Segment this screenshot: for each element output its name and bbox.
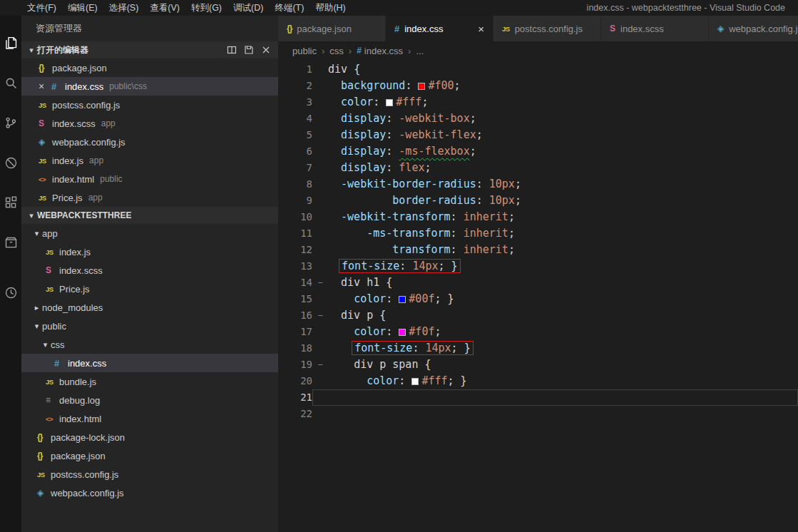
breadcrumb-item[interactable]: public [292, 46, 317, 56]
code-line-content[interactable]: div h1 { [328, 275, 798, 291]
color-swatch[interactable] [411, 378, 419, 385]
code-line-content[interactable]: font-size: 14px; } [328, 258, 798, 275]
code-line-content[interactable]: display: -webkit-flex; [328, 127, 798, 143]
menu-item[interactable]: 终端(T) [269, 2, 310, 14]
color-swatch[interactable] [399, 296, 406, 303]
code-line-content[interactable]: display: -ms-flexbox; [328, 143, 798, 160]
tree-file-Price.js[interactable]: JSPrice.js [21, 280, 278, 298]
code-line-content[interactable]: div { [328, 61, 798, 78]
tree-folder-app[interactable]: ▾app [21, 224, 278, 242]
tab-webpack.config.js[interactable]: ◈webpack.config.js [709, 16, 798, 41]
token: inherit [464, 210, 508, 223]
js-file-icon: JS [46, 248, 59, 256]
code-line-content[interactable] [328, 406, 798, 422]
history-icon[interactable] [0, 272, 21, 312]
breadcrumb-item[interactable]: css [329, 46, 344, 56]
tree-file-bundle.js[interactable]: JSbundle.js [21, 372, 278, 391]
package-icon[interactable] [0, 222, 21, 262]
code-line-content[interactable]: color: #00f; } [328, 291, 798, 307]
source-control-icon[interactable] [0, 103, 21, 143]
tab-index.scss[interactable]: Sindex.scss [601, 16, 708, 41]
open-editor-label: Price.js [52, 193, 83, 203]
token: } [458, 342, 471, 354]
tree-file-index.css[interactable]: #index.css [21, 354, 278, 372]
breadcrumb-item[interactable]: ... [416, 46, 424, 56]
chevron-down-icon: ▾ [26, 46, 37, 55]
breadcrumb: public›css›#index.css›... [278, 41, 798, 60]
code-editor[interactable]: 1div {2 background: #f00;3 color: #fff;4… [278, 60, 798, 422]
fold-marker[interactable]: − [312, 357, 328, 373]
tree-file-index.html[interactable]: <>index.html [21, 409, 278, 428]
line-number: 20 [278, 373, 312, 389]
code-line-content[interactable]: transform: inherit; [328, 242, 798, 258]
menu-item[interactable]: 查看(V) [144, 2, 185, 14]
code-line-content[interactable]: div p { [328, 307, 798, 324]
menu-item[interactable]: 选择(S) [103, 2, 145, 14]
close-icon[interactable]: × [39, 81, 51, 91]
fold-marker[interactable]: − [312, 307, 328, 324]
tab-postcss.config.js[interactable]: JSpostcss.config.js [493, 16, 600, 41]
color-swatch[interactable] [418, 83, 425, 90]
open-editor-item[interactable]: JSpostcss.config.js [21, 96, 278, 114]
tree-folder-node_modules[interactable]: ▸node_modules [21, 298, 278, 317]
close-all-editors-icon[interactable] [261, 45, 271, 55]
tree-file-index.scss[interactable]: Sindex.scss [21, 261, 278, 280]
tree-file-webpack.config.js[interactable]: ◈webpack.config.js [21, 484, 278, 502]
tab-index.css[interactable]: #index.css× [386, 16, 493, 41]
tree-file-index.js[interactable]: JSindex.js [21, 242, 278, 261]
line-number: 21 [278, 389, 312, 406]
workspace-header[interactable]: ▾ WEBPACKTESTTHREE [21, 207, 278, 224]
save-all-icon[interactable] [244, 45, 254, 55]
menu-item[interactable]: 文件(F) [21, 2, 62, 14]
explorer-icon[interactable] [0, 23, 21, 63]
code-line-content[interactable]: div p span { [328, 357, 798, 373]
open-editor-item[interactable]: <>index.htmlpublic [21, 170, 278, 188]
menu-item[interactable]: 转到(G) [185, 2, 227, 14]
tree-file-debug.log[interactable]: ≡debug.log [21, 391, 278, 409]
code-line-content[interactable]: color: #fff; [328, 94, 798, 111]
open-editor-item[interactable]: Sindex.scssapp [21, 114, 278, 133]
tree-file-postcss.config.js[interactable]: JSpostcss.config.js [21, 465, 278, 484]
open-editors-header[interactable]: ▾ 打开的编辑器 [21, 41, 278, 58]
fold-marker[interactable]: − [312, 275, 328, 291]
tree-file-package-lock.json[interactable]: {}package-lock.json [21, 428, 278, 446]
tree-file-package.json[interactable]: {}package.json [21, 446, 278, 465]
menu-item[interactable]: 调试(D) [227, 2, 269, 14]
tree-folder-public[interactable]: ▾public [21, 317, 278, 335]
breadcrumb-item[interactable]: #index.css [357, 46, 403, 56]
code-line-content[interactable]: -webkit-transform: inherit; [328, 209, 798, 225]
code-line-content[interactable]: color: #f0f; [328, 324, 798, 340]
tree-folder-css[interactable]: ▾css [21, 335, 278, 354]
code-line-content[interactable]: -webkit-border-radius: 10px; [328, 176, 798, 193]
code-line-content[interactable]: display: -webkit-box; [328, 111, 798, 127]
open-editor-item[interactable]: {}package.json [21, 58, 278, 77]
token: inherit [464, 243, 508, 256]
color-swatch[interactable] [399, 329, 406, 336]
code-line-content[interactable]: display: flex; [328, 160, 798, 176]
code-line-content[interactable]: font-size: 14px; } [328, 340, 798, 357]
open-editor-label: index.html [52, 174, 94, 185]
token: div [328, 63, 354, 76]
open-editor-item[interactable]: JSindex.jsapp [21, 151, 278, 170]
open-editor-item[interactable]: JSPrice.jsapp [21, 188, 278, 207]
debug-icon[interactable] [0, 143, 21, 183]
token: div h1 [341, 276, 386, 289]
toggle-layout-icon[interactable] [227, 45, 237, 55]
fold-marker [312, 94, 328, 111]
open-editor-item[interactable]: ×#index.csspublic\css [21, 77, 278, 96]
menu-item[interactable]: 帮助(H) [310, 2, 351, 14]
search-icon[interactable] [0, 63, 21, 103]
tab-package.json[interactable]: {}package.json [278, 16, 385, 41]
color-swatch[interactable] [386, 99, 393, 106]
open-editor-item[interactable]: ◈webpack.config.js [21, 133, 278, 151]
open-editor-label: package.json [52, 63, 107, 73]
code-line-content[interactable] [328, 389, 798, 406]
code-line-content[interactable]: color: #fff; } [328, 373, 798, 389]
menu-item[interactable]: 编辑(E) [62, 2, 103, 14]
line-number: 11 [278, 225, 312, 242]
code-line-content[interactable]: -ms-transform: inherit; [328, 225, 798, 242]
code-line-content[interactable]: background: #f00; [328, 78, 798, 94]
extensions-icon[interactable] [0, 183, 21, 222]
code-line-content[interactable]: border-radius: 10px; [328, 193, 798, 209]
close-icon[interactable]: × [469, 23, 484, 35]
